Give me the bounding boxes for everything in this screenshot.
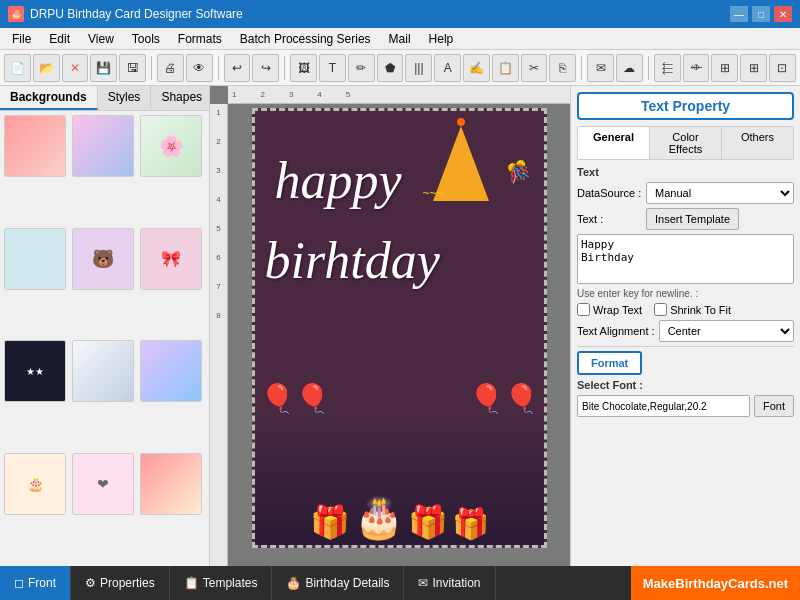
bottom-bar: ◻ Front ⚙ Properties 📋 Templates 🎂 Birth… [0, 566, 800, 600]
list-item[interactable] [4, 228, 66, 290]
tab-birthday-details[interactable]: 🎂 Birthday Details [272, 566, 404, 600]
tab-styles[interactable]: Styles [98, 86, 152, 110]
card-text-birthday: birhtday [265, 231, 440, 290]
text-form: Text DataSource : Manual Text : Insert T… [577, 166, 794, 417]
templates-icon: 📋 [184, 576, 199, 590]
paste-button[interactable]: 📋 [492, 54, 519, 82]
font-input[interactable] [577, 395, 750, 417]
close-file-button[interactable]: ✕ [62, 54, 89, 82]
wrap-text-input[interactable] [577, 303, 590, 316]
tab-general[interactable]: General [578, 127, 650, 159]
list-item[interactable]: ★★ [4, 340, 66, 402]
wordart-button[interactable]: A [434, 54, 461, 82]
signature-button[interactable]: ✍ [463, 54, 490, 82]
fit-button[interactable]: ⊡ [769, 54, 796, 82]
text-property-title: Text Property [577, 92, 794, 120]
barcode-button[interactable]: ||| [405, 54, 432, 82]
text-row: Text : Insert Template [577, 208, 794, 230]
birthday-icon: 🎂 [286, 576, 301, 590]
main-content: Backgrounds Styles Shapes 🌸 🐻 🎀 ★★ 🎂 ❤ 1… [0, 86, 800, 566]
tab-backgrounds[interactable]: Backgrounds [0, 86, 98, 110]
cut-button[interactable]: ✂ [521, 54, 548, 82]
maximize-button[interactable]: □ [752, 6, 770, 22]
align-right-button[interactable]: ⬲ [683, 54, 710, 82]
copy-button[interactable]: ⎘ [549, 54, 576, 82]
menu-batch[interactable]: Batch Processing Series [232, 30, 379, 48]
menu-edit[interactable]: Edit [41, 30, 78, 48]
card-canvas[interactable]: happy birhtday ~~~ 🎊 🎈🎈 🎈🎈 🎁 🎂 🎁 🎁 [252, 108, 547, 548]
ruler-vertical: 1 2 3 4 5 6 7 8 [210, 104, 228, 566]
hint-text: Use enter key for newline. : [577, 288, 794, 299]
shrink-fit-checkbox[interactable]: Shrink To Fit [654, 303, 731, 316]
zoom-button[interactable]: ⊞ [740, 54, 767, 82]
properties-icon: ⚙ [85, 576, 96, 590]
list-item[interactable] [72, 340, 134, 402]
print-preview-button[interactable]: 👁 [186, 54, 213, 82]
align-left-button[interactable]: ⬱ [654, 54, 681, 82]
tab-invitation[interactable]: ✉ Invitation [404, 566, 495, 600]
menu-formats[interactable]: Formats [170, 30, 230, 48]
list-item[interactable]: 🎂 [4, 453, 66, 515]
list-item[interactable]: 🎀 [140, 228, 202, 290]
tab-others[interactable]: Others [722, 127, 793, 159]
new-button[interactable]: 📄 [4, 54, 31, 82]
insert-template-button[interactable]: Insert Template [646, 208, 739, 230]
shrink-fit-input[interactable] [654, 303, 667, 316]
text-button[interactable]: T [319, 54, 346, 82]
shrink-fit-label: Shrink To Fit [670, 304, 731, 316]
tab-front[interactable]: ◻ Front [0, 566, 71, 600]
balloon-icons: 🎈🎈 [260, 382, 330, 415]
tab-templates[interactable]: 📋 Templates [170, 566, 273, 600]
tab-properties[interactable]: ⚙ Properties [71, 566, 170, 600]
list-item[interactable] [140, 340, 202, 402]
list-item[interactable]: 🌸 [140, 115, 202, 177]
brand-label: MakeBirthdayCards.net [631, 566, 800, 600]
right-tabs: General Color Effects Others [577, 126, 794, 160]
font-button[interactable]: Font [754, 395, 794, 417]
datasource-select[interactable]: Manual [646, 182, 794, 204]
menu-file[interactable]: File [4, 30, 39, 48]
minimize-button[interactable]: — [730, 6, 748, 22]
canvas-area: 1 2 3 4 5 1 2 3 4 5 6 7 8 happy birhtday… [210, 86, 570, 566]
datasource-label: DataSource : [577, 187, 642, 199]
list-item[interactable] [140, 453, 202, 515]
text-section-label: Text [577, 166, 794, 178]
image-button[interactable]: 🖼 [290, 54, 317, 82]
email-button[interactable]: ✉ [587, 54, 614, 82]
save-button[interactable]: 💾 [90, 54, 117, 82]
shape-button[interactable]: ⬟ [377, 54, 404, 82]
undo-button[interactable]: ↩ [224, 54, 251, 82]
text-content-input[interactable]: Happy Birthday [577, 234, 794, 284]
invitation-label: Invitation [432, 576, 480, 590]
wrap-text-checkbox[interactable]: Wrap Text [577, 303, 642, 316]
window-controls[interactable]: — □ ✕ [730, 6, 792, 22]
list-item[interactable] [4, 115, 66, 177]
text-label: Text : [577, 213, 642, 225]
cloud-button[interactable]: ☁ [616, 54, 643, 82]
app-icon: 🎂 [8, 6, 24, 22]
menu-view[interactable]: View [80, 30, 122, 48]
format-button[interactable]: Format [577, 351, 642, 375]
open-button[interactable]: 📂 [33, 54, 60, 82]
menu-mail[interactable]: Mail [381, 30, 419, 48]
list-item[interactable] [72, 115, 134, 177]
front-icon: ◻ [14, 576, 24, 590]
birthday-label: Birthday Details [305, 576, 389, 590]
save-as-button[interactable]: 🖫 [119, 54, 146, 82]
menu-help[interactable]: Help [421, 30, 462, 48]
list-item[interactable]: ❤ [72, 453, 134, 515]
print-button[interactable]: 🖨 [157, 54, 184, 82]
list-item[interactable]: 🐻 [72, 228, 134, 290]
redo-button[interactable]: ↪ [252, 54, 279, 82]
tab-shapes[interactable]: Shapes [151, 86, 210, 110]
grid-button[interactable]: ⊞ [711, 54, 738, 82]
datasource-row: DataSource : Manual [577, 182, 794, 204]
select-font-label: Select Font : [577, 379, 794, 391]
close-button[interactable]: ✕ [774, 6, 792, 22]
draw-button[interactable]: ✏ [348, 54, 375, 82]
menu-bar: File Edit View Tools Formats Batch Proce… [0, 28, 800, 50]
tab-color-effects[interactable]: Color Effects [650, 127, 722, 159]
menu-tools[interactable]: Tools [124, 30, 168, 48]
alignment-select[interactable]: Center [659, 320, 794, 342]
templates-label: Templates [203, 576, 258, 590]
